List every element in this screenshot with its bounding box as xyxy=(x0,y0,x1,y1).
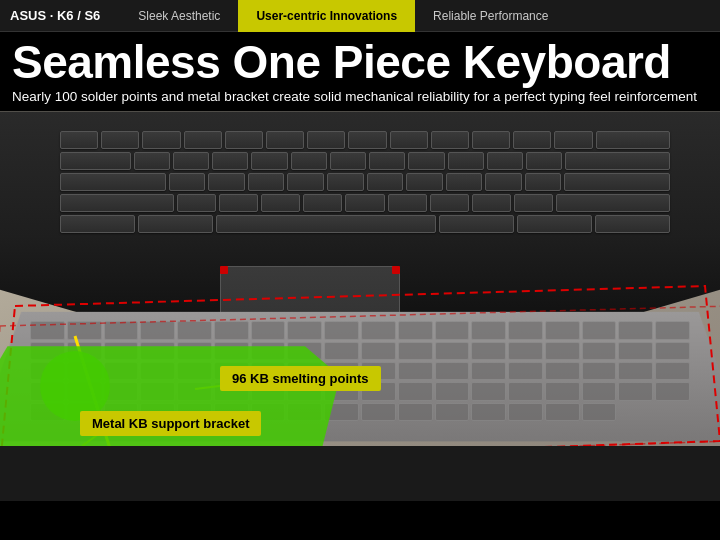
key xyxy=(169,173,206,191)
key xyxy=(472,194,511,212)
tab-reliable-performance[interactable]: Reliable Performance xyxy=(415,0,566,32)
key xyxy=(390,131,428,149)
key xyxy=(472,131,510,149)
key xyxy=(216,215,437,233)
metal-bracket-label: Metal KB support bracket xyxy=(80,411,261,436)
key xyxy=(596,131,670,149)
key xyxy=(60,131,98,149)
key xyxy=(431,131,469,149)
key xyxy=(208,173,245,191)
key xyxy=(266,131,304,149)
key xyxy=(388,194,427,212)
key xyxy=(517,215,592,233)
key xyxy=(184,131,222,149)
key xyxy=(60,194,174,212)
key xyxy=(248,173,285,191)
key xyxy=(251,152,287,170)
key xyxy=(303,194,342,212)
key xyxy=(525,173,562,191)
brand-label: ASUS · K6 / S6 xyxy=(10,8,100,23)
key xyxy=(60,173,166,191)
key xyxy=(513,131,551,149)
top-nav-bar: ASUS · K6 / S6 Sleek Aesthetic User-cent… xyxy=(0,0,720,32)
key xyxy=(60,215,135,233)
product-image-area: 96 KB smelting points Metal KB support b… xyxy=(0,111,720,501)
key xyxy=(487,152,523,170)
key xyxy=(554,131,592,149)
key xyxy=(564,173,670,191)
key xyxy=(173,152,209,170)
key xyxy=(177,194,216,212)
smelting-points-label: 96 KB smelting points xyxy=(220,366,381,391)
key xyxy=(448,152,484,170)
key xyxy=(556,194,670,212)
key xyxy=(439,215,514,233)
key xyxy=(345,194,384,212)
key xyxy=(225,131,263,149)
red-corner-dot xyxy=(220,266,228,274)
title-section: Seamless One Piece Keyboard Nearly 100 s… xyxy=(0,32,720,111)
page-subtitle: Nearly 100 solder points and metal brack… xyxy=(12,88,708,107)
key xyxy=(446,173,483,191)
key xyxy=(330,152,366,170)
key xyxy=(261,194,300,212)
key xyxy=(565,152,670,170)
key xyxy=(514,194,553,212)
key xyxy=(408,152,444,170)
key xyxy=(142,131,180,149)
tab-sleek-aesthetic[interactable]: Sleek Aesthetic xyxy=(120,0,238,32)
key xyxy=(134,152,170,170)
laptop-top xyxy=(0,111,720,321)
key xyxy=(307,131,345,149)
key xyxy=(60,152,131,170)
key xyxy=(369,152,405,170)
key xyxy=(406,173,443,191)
key xyxy=(367,173,404,191)
key xyxy=(348,131,386,149)
key xyxy=(138,215,213,233)
key xyxy=(291,152,327,170)
key xyxy=(287,173,324,191)
red-corner-dot xyxy=(392,266,400,274)
keyboard-keys-overlay xyxy=(60,131,670,261)
tab-user-centric[interactable]: User-centric Innovations xyxy=(238,0,415,32)
page-title: Seamless One Piece Keyboard xyxy=(12,38,708,86)
key xyxy=(219,194,258,212)
key xyxy=(327,173,364,191)
bottom-bar xyxy=(0,446,720,501)
key xyxy=(212,152,248,170)
key xyxy=(485,173,522,191)
key xyxy=(101,131,139,149)
key xyxy=(526,152,562,170)
key xyxy=(595,215,670,233)
key xyxy=(430,194,469,212)
